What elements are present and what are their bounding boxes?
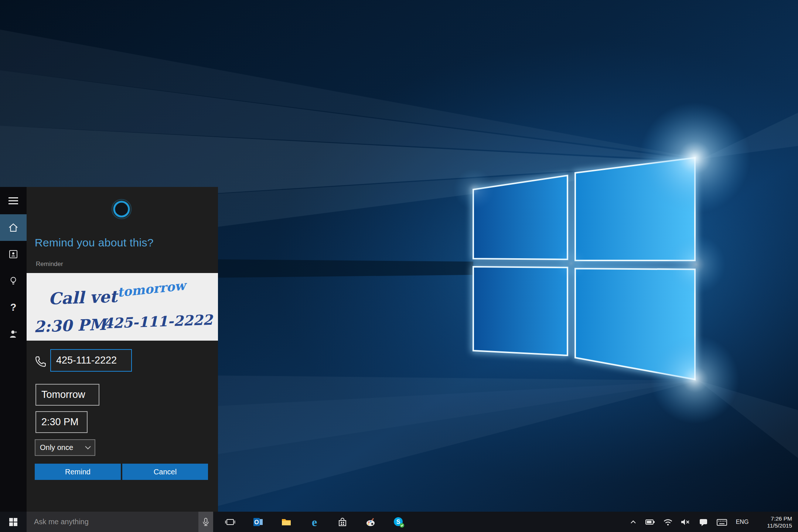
- home-icon: [8, 222, 18, 233]
- clock-time: 7:26 PM: [771, 515, 792, 522]
- tray-overflow-button[interactable]: [625, 512, 641, 532]
- svg-text:e: e: [312, 516, 317, 528]
- handwriting-note: Call vet tomorrow 2:30 PM 425-111-2222: [27, 273, 218, 341]
- mic-button[interactable]: [198, 512, 213, 532]
- taskbar-app-paint[interactable]: [357, 512, 385, 532]
- chat-bubble-icon: [698, 516, 709, 528]
- cancel-button[interactable]: Cancel: [122, 464, 208, 480]
- recurrence-dropdown[interactable]: Only once: [35, 439, 95, 456]
- reminder-type-label: Reminder: [36, 260, 63, 268]
- recurrence-value: Only once: [40, 443, 73, 452]
- start-button[interactable]: [0, 512, 27, 532]
- cortana-sidebar: ?: [0, 187, 27, 512]
- taskbar-app-store[interactable]: [328, 512, 357, 532]
- battery-status[interactable]: [641, 512, 659, 532]
- chevron-down-icon: [85, 446, 91, 450]
- search-input[interactable]: [27, 512, 198, 532]
- taskbar-app-file-explorer[interactable]: [272, 512, 300, 532]
- store-icon: [337, 516, 348, 528]
- windows-logo-icon: [8, 517, 18, 527]
- network-status[interactable]: [659, 512, 677, 532]
- cortana-panel: ? Remind you about this? Reminder: [0, 187, 218, 512]
- cortana-body: Remind you about this? Reminder Call vet…: [27, 187, 218, 512]
- reminder-heading: Remind you about this?: [35, 236, 154, 249]
- volume-status[interactable]: [677, 512, 695, 532]
- sidebar-item-help[interactable]: ?: [0, 294, 27, 321]
- taskbar-app-outlook[interactable]: O: [244, 512, 272, 532]
- file-explorer-icon: [281, 516, 292, 528]
- edge-icon: e: [308, 516, 321, 528]
- keyboard-icon: [716, 516, 728, 528]
- microphone-icon: [201, 517, 211, 527]
- sidebar-item-home[interactable]: [0, 214, 27, 241]
- ink-text-phone: 425-111-2222: [103, 311, 214, 331]
- touch-keyboard-button[interactable]: [712, 512, 732, 532]
- help-icon: ?: [10, 302, 17, 313]
- language-indicator[interactable]: ENG: [732, 512, 753, 532]
- taskbar-app-edge[interactable]: e: [300, 512, 328, 532]
- menu-button[interactable]: [0, 187, 27, 214]
- reminder-date-field[interactable]: Tomorrow: [35, 384, 99, 406]
- cortana-logo-icon: [110, 198, 133, 220]
- lightbulb-icon: [8, 276, 18, 286]
- taskbar-app-skype[interactable]: S: [385, 512, 413, 532]
- skype-icon: S: [393, 516, 405, 528]
- remind-button[interactable]: Remind: [35, 464, 121, 480]
- ink-text-tomorrow: tomorrow: [117, 278, 188, 300]
- chevron-up-icon: [628, 516, 639, 528]
- sidebar-item-notebook[interactable]: [0, 241, 27, 267]
- taskbar-apps: O e: [216, 512, 413, 532]
- outlook-icon: O: [253, 516, 264, 528]
- phone-icon: [34, 355, 47, 368]
- clock[interactable]: 7:26 PM 11/5/2015: [753, 512, 793, 532]
- sidebar-item-feedback[interactable]: [0, 321, 27, 347]
- reminder-time-field[interactable]: 2:30 PM: [35, 411, 88, 433]
- svg-text:S: S: [396, 519, 400, 525]
- feedback-person-icon: [8, 329, 18, 339]
- wifi-icon: [662, 516, 673, 528]
- speaker-muted-icon: [680, 516, 691, 528]
- cortana-search-box: [27, 512, 213, 532]
- task-view-icon: [225, 516, 236, 528]
- ink-text-time: 2:30 PM: [34, 315, 109, 336]
- hamburger-icon: [8, 195, 18, 206]
- sidebar-item-reminders[interactable]: [0, 267, 27, 294]
- paint-palette-icon: [365, 516, 376, 528]
- desktop: ? Remind you about this? Reminder: [0, 0, 798, 532]
- action-center-button[interactable]: [695, 512, 712, 532]
- svg-text:O: O: [254, 519, 259, 525]
- ink-text-call-vet: Call vet: [48, 287, 119, 308]
- task-view-button[interactable]: [216, 512, 244, 532]
- notebook-icon: [8, 249, 18, 259]
- system-tray: ENG 7:26 PM 11/5/2015: [625, 512, 793, 532]
- taskbar: O e: [0, 512, 798, 532]
- clock-date: 11/5/2015: [767, 522, 792, 529]
- battery-icon: [645, 516, 656, 528]
- phone-number-field[interactable]: 425-111-2222: [50, 349, 132, 372]
